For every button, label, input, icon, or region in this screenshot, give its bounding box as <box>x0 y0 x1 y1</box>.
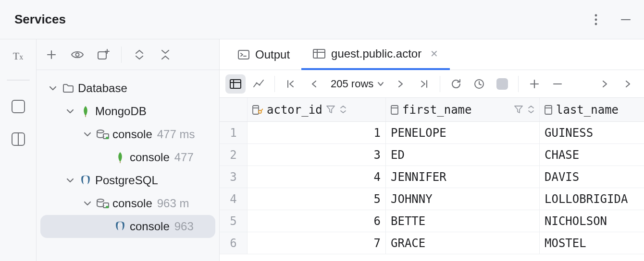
row-number: 3 <box>220 166 248 188</box>
svg-rect-27 <box>230 80 241 88</box>
cell-actor-id[interactable]: 3 <box>248 144 386 166</box>
refresh-icon[interactable] <box>446 74 466 94</box>
svg-point-11 <box>97 130 104 133</box>
cell-last-name[interactable]: GUINESS <box>540 122 644 143</box>
tree-label: console <box>130 220 170 233</box>
svg-point-6 <box>76 53 79 56</box>
last-page-icon[interactable] <box>414 74 434 94</box>
prev-page-icon[interactable] <box>304 74 324 94</box>
filter-icon[interactable] <box>326 103 335 117</box>
new-window-icon[interactable] <box>94 46 112 64</box>
tree-label: console <box>130 151 170 164</box>
tree-label: console <box>112 128 152 141</box>
chevron-down-icon <box>82 201 93 206</box>
tree-label: MongoDB <box>95 105 147 118</box>
column-header-last-name[interactable]: last_name <box>540 98 644 121</box>
column-label: actor_id <box>267 103 322 117</box>
cell-first-name[interactable]: GRACE <box>386 232 540 254</box>
tree-toolbar <box>37 39 219 70</box>
tree-node-postgresql[interactable]: PostgreSQL <box>40 169 215 192</box>
console-icon <box>96 130 110 139</box>
cell-first-name[interactable]: ED <box>386 144 540 166</box>
table-view-icon[interactable] <box>225 74 246 94</box>
chevron-right-icon[interactable] <box>618 74 638 94</box>
sort-icon[interactable] <box>528 103 534 117</box>
cell-actor-id[interactable]: 7 <box>248 232 386 254</box>
tree-node-console[interactable]: console 963 <box>40 215 215 238</box>
history-icon[interactable] <box>469 74 489 94</box>
remove-row-icon[interactable] <box>547 74 568 94</box>
chart-view-icon[interactable] <box>248 74 269 94</box>
cell-first-name[interactable]: JOHNNY <box>386 188 540 210</box>
tree-node-console[interactable]: console 477 <box>40 146 215 169</box>
tree-node-console[interactable]: console 963 m <box>40 192 215 215</box>
svg-rect-43 <box>391 106 398 114</box>
column-header-actor-id[interactable]: actor_id <box>248 98 386 121</box>
first-page-icon[interactable] <box>281 74 301 94</box>
panel-title: Services <box>14 12 66 27</box>
tree-node-database[interactable]: Database <box>40 77 215 100</box>
cell-actor-id[interactable]: 4 <box>248 166 386 188</box>
add-row-icon[interactable] <box>524 74 545 94</box>
row-gutter-header[interactable] <box>220 98 248 121</box>
table-icon <box>313 49 325 59</box>
tree-label: console <box>112 197 152 210</box>
mongodb-icon <box>113 152 127 163</box>
tab-label: Output <box>255 48 290 61</box>
cell-actor-id[interactable]: 5 <box>248 188 386 210</box>
table-row[interactable]: 4 5 JOHNNY LOLLOBRIGIDA <box>220 188 644 210</box>
close-icon[interactable]: ✕ <box>430 48 438 59</box>
table-row[interactable]: 5 6 BETTE NICHOLSON <box>220 210 644 232</box>
minimize-icon[interactable] <box>619 13 632 26</box>
postgresql-icon <box>113 221 127 232</box>
svg-point-15 <box>84 178 85 179</box>
grid-header: actor_id first_name <box>220 98 644 122</box>
table-row[interactable]: 1 1 PENELOPE GUINESS <box>220 122 644 144</box>
svg-point-0 <box>595 14 597 16</box>
row-number: 2 <box>220 144 248 166</box>
stop-icon[interactable] <box>492 74 512 94</box>
tree-meta: 477 <box>174 151 194 164</box>
cell-first-name[interactable]: JENNIFER <box>386 166 540 188</box>
cell-first-name[interactable]: PENELOPE <box>386 122 540 143</box>
next-page-icon[interactable] <box>391 74 411 94</box>
chevron-down-icon <box>64 178 76 183</box>
table-row[interactable]: 3 4 JENNIFER DAVIS <box>220 166 644 188</box>
sort-icon[interactable] <box>340 103 347 117</box>
square-icon[interactable] <box>12 100 25 113</box>
filter-icon[interactable] <box>514 103 523 117</box>
tab-output[interactable]: Output <box>226 39 301 70</box>
pk-column-icon <box>252 105 263 115</box>
eye-icon[interactable] <box>68 46 87 64</box>
more-icon[interactable] <box>589 13 603 26</box>
chevron-right-icon[interactable] <box>595 74 615 94</box>
cell-last-name[interactable]: DAVIS <box>540 166 644 188</box>
expand-icon[interactable] <box>130 46 149 64</box>
tabs: Output guest.public.actor ✕ <box>220 39 644 70</box>
tree-node-mongodb[interactable]: MongoDB <box>40 100 215 123</box>
cell-last-name[interactable]: CHASE <box>540 144 644 166</box>
cell-last-name[interactable]: LOLLOBRIGIDA <box>540 188 644 210</box>
postgresql-icon <box>79 175 92 186</box>
column-header-first-name[interactable]: first_name <box>386 98 540 121</box>
main-panel: Output guest.public.actor ✕ 205 rows <box>219 39 644 261</box>
rows-count[interactable]: 205 rows <box>327 78 388 90</box>
grid-body: 1 1 PENELOPE GUINESS 2 3 ED CHASE 3 4 <box>220 122 644 261</box>
cell-last-name[interactable]: NICHOLSON <box>540 210 644 232</box>
cell-actor-id[interactable]: 1 <box>248 122 386 143</box>
cell-first-name[interactable]: BETTE <box>386 210 540 232</box>
svg-marker-42 <box>327 106 334 113</box>
left-gutter: Tx <box>0 39 37 261</box>
layout-split-icon[interactable] <box>12 132 25 146</box>
cell-last-name[interactable]: MOSTEL <box>540 232 644 254</box>
tree-node-console[interactable]: console 477 ms <box>40 123 215 146</box>
cell-actor-id[interactable]: 6 <box>248 210 386 232</box>
tx-icon[interactable]: Tx <box>13 50 23 62</box>
tab-actor[interactable]: guest.public.actor ✕ <box>301 40 450 70</box>
collapse-icon[interactable] <box>156 46 174 64</box>
table-row[interactable]: 2 3 ED CHASE <box>220 144 644 166</box>
table-row[interactable]: 6 7 GRACE MOSTEL <box>220 232 644 254</box>
tree-panel: Database MongoDB console 477 ms console <box>37 39 219 261</box>
add-icon[interactable] <box>42 46 61 64</box>
tree: Database MongoDB console 477 ms console <box>37 70 219 261</box>
